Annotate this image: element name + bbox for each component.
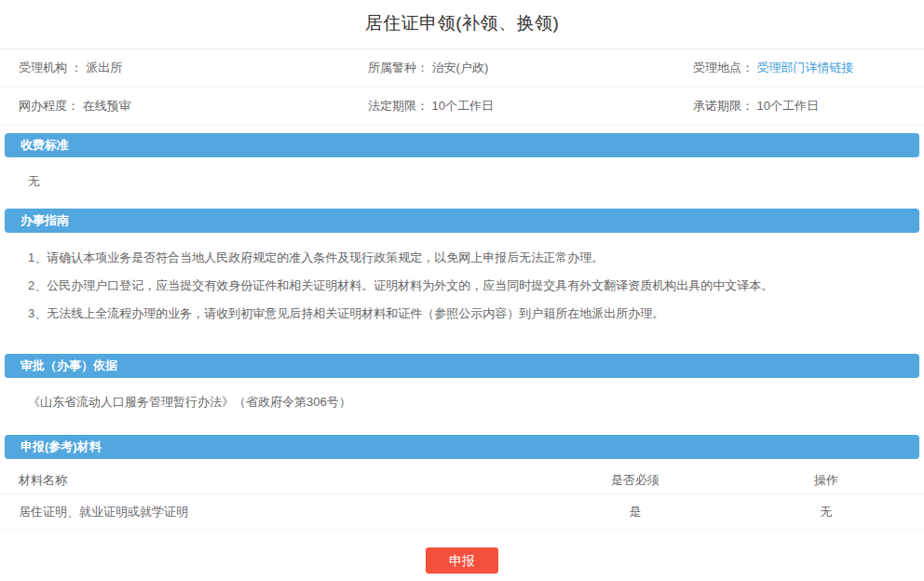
- footer-actions: 申报: [0, 547, 924, 574]
- guide-list: 1、请确认本项业务是否符合当地人民政府规定的准入条件及现行政策规定，以免网上申报…: [0, 233, 924, 328]
- section-header-fee: 收费标准: [5, 133, 919, 157]
- section-title-materials: 申报(参考)材料: [20, 439, 102, 455]
- online-level-value: 在线预审: [83, 99, 131, 113]
- promise-limit-cell: 承诺期限： 10个工作日: [693, 98, 924, 115]
- cell-operation: 无: [728, 504, 924, 520]
- section-header-basis: 审批（办事）依据: [5, 354, 919, 378]
- page-title: 居住证申领(补领、换领): [0, 0, 924, 48]
- guide-item-2: 2、公民办理户口登记，应当提交有效身份证件和相关证明材料。证明材料为外文的，应当…: [28, 272, 924, 300]
- guide-item-1: 1、请确认本项业务是否符合当地人民政府规定的准入条件及现行政策规定，以免网上申报…: [28, 244, 924, 272]
- police-type-cell: 所属警种： 治安(户政): [349, 60, 693, 76]
- online-level-label: 网办程度：: [19, 99, 79, 113]
- section-title-basis: 审批（办事）依据: [20, 358, 117, 374]
- police-type-value: 治安(户政): [432, 61, 489, 74]
- header-required: 是否必须: [542, 472, 728, 489]
- table-row: 居住证明、就业证明或就学证明 是 无: [0, 494, 924, 530]
- legal-limit-value: 10个工作日: [432, 99, 494, 113]
- legal-limit-label: 法定期限：: [368, 99, 428, 113]
- header-operation: 操作: [728, 472, 924, 489]
- section-header-materials: 申报(参考)材料: [5, 435, 919, 459]
- promise-limit-label: 承诺期限：: [693, 99, 754, 113]
- guide-item-3: 3、无法线上全流程办理的业务，请收到初审意见后持相关证明材料和证件（参照公示内容…: [28, 300, 924, 328]
- section-header-guide: 办事指南: [5, 209, 919, 233]
- apply-button[interactable]: 申报: [426, 547, 498, 574]
- basis-content: 《山东省流动人口服务管理暂行办法》（省政府令第306号）: [0, 378, 924, 411]
- accept-place-label: 受理地点：: [693, 61, 754, 74]
- service-info-block: 受理机构 ： 派出所 所属警种： 治安(户政) 受理地点： 受理部门详情链接 网…: [0, 48, 924, 126]
- accept-place-cell: 受理地点： 受理部门详情链接: [693, 60, 924, 76]
- cell-required: 是: [542, 504, 728, 520]
- legal-limit-cell: 法定期限： 10个工作日: [349, 98, 693, 115]
- accept-place-detail-link[interactable]: 受理部门详情链接: [757, 61, 854, 74]
- accept-org-value: 派出所: [86, 61, 122, 74]
- accept-org-cell: 受理机构 ： 派出所: [0, 60, 349, 76]
- accept-org-label: 受理机构 ：: [19, 61, 83, 74]
- fee-content: 无: [0, 157, 924, 190]
- online-level-cell: 网办程度： 在线预审: [0, 98, 349, 115]
- service-detail-page: 居住证申领(补领、换领) 受理机构 ： 派出所 所属警种： 治安(户政) 受理地…: [0, 0, 924, 581]
- police-type-label: 所属警种：: [368, 61, 428, 74]
- cell-material-name: 居住证明、就业证明或就学证明: [0, 504, 542, 520]
- promise-limit-value: 10个工作日: [757, 99, 819, 113]
- section-title-fee: 收费标准: [20, 137, 69, 154]
- header-material-name: 材料名称: [0, 472, 542, 489]
- section-title-guide: 办事指南: [20, 212, 69, 229]
- materials-table-header: 材料名称 是否必须 操作: [0, 466, 924, 494]
- materials-table: 材料名称 是否必须 操作 居住证明、就业证明或就学证明 是 无: [0, 466, 924, 530]
- info-row-1: 受理机构 ： 派出所 所属警种： 治安(户政) 受理地点： 受理部门详情链接: [0, 49, 924, 88]
- info-row-2: 网办程度： 在线预审 法定期限： 10个工作日 承诺期限： 10个工作日: [0, 88, 924, 126]
